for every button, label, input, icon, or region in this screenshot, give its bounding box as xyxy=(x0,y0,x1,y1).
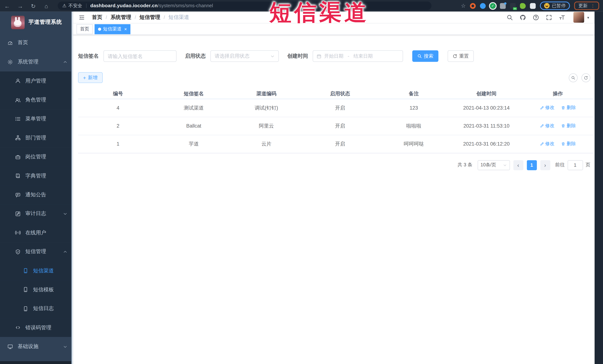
phone-icon xyxy=(23,287,28,293)
search-button[interactable]: 搜索 xyxy=(412,50,438,62)
sidebar-item-字典管理[interactable]: 字典管理 xyxy=(0,166,73,185)
edit-row-button[interactable]: 修改 xyxy=(540,141,555,147)
screenshot-stage: ← → ↻ ⌂ ⚠ 不安全 dashboard.yudao.iocoder.cn… xyxy=(0,0,603,364)
breadcrumb-item[interactable]: 系统管理 xyxy=(110,14,131,21)
table-row: 2 Ballcat 阿里云 开启 啦啦啦 2021-03-31 11:53:10… xyxy=(78,117,593,135)
sidebar-item-通知公告[interactable]: 通知公告 xyxy=(0,185,73,204)
sign-filter-input[interactable] xyxy=(103,50,176,62)
date-range-picker[interactable]: 开始日期 - 结束日期 xyxy=(313,50,403,62)
total-count: 共 3 条 xyxy=(457,162,473,168)
tag-首页[interactable]: 首页 xyxy=(76,24,93,34)
green-sprout-extension-icon[interactable] xyxy=(520,3,526,9)
dark-on-badge-extension-icon[interactable] xyxy=(510,3,516,9)
sidebar-item-在线用户[interactable]: 在线用户 xyxy=(0,223,73,242)
sidebar-item-用户管理[interactable]: 用户管理 xyxy=(0,71,73,90)
tag-短信渠道[interactable]: 短信渠道 × xyxy=(95,24,130,34)
user-menu[interactable]: ▾ xyxy=(573,12,589,23)
current-page-button[interactable]: 1 xyxy=(527,160,537,170)
security-label: 不安全 xyxy=(68,2,82,9)
sidebar-item-岗位管理[interactable]: 岗位管理 xyxy=(0,147,73,166)
sidebar-item-基础设施[interactable]: 基础设施 xyxy=(0,337,73,356)
add-button[interactable]: + 新增 xyxy=(78,72,103,83)
breadcrumb-item[interactable]: 短信管理 xyxy=(139,14,160,21)
sidebar-item-部门管理[interactable]: 部门管理 xyxy=(0,128,73,147)
column-header: 渠道编码 xyxy=(230,89,303,99)
table-header-row: 编号短信签名渠道编码启用状态备注创建时间操作 xyxy=(78,89,593,99)
sidebar-item-角色管理[interactable]: 角色管理 xyxy=(0,90,73,110)
main-area: 首页/系统管理/短信管理/短信渠道 ▾ 首页 短信渠道 × xyxy=(73,11,595,364)
status-filter-select[interactable]: 请选择启用状态 xyxy=(210,50,279,62)
browser-reload-icon[interactable]: ↻ xyxy=(30,3,36,9)
reset-button[interactable]: 重置 xyxy=(448,50,474,62)
url-path: /system/sms/sms-channel xyxy=(158,3,213,9)
end-date-placeholder: 结束日期 xyxy=(354,53,373,59)
chevron-down-icon xyxy=(63,345,67,349)
address-bar[interactable]: ⚠ 不安全 dashboard.yudao.iocoder.cn /system… xyxy=(58,1,431,10)
column-header: 编号 xyxy=(78,89,158,99)
sidebar-item-菜单管理[interactable]: 菜单管理 xyxy=(0,110,73,128)
chevron-up-icon xyxy=(63,60,67,64)
sidebar-item-审计日志[interactable]: 审计日志 xyxy=(0,204,73,223)
update-label: 更新 xyxy=(578,2,588,9)
browser-update-button[interactable]: 更新 ⋮ xyxy=(574,1,599,10)
sidebar-item-短信日志[interactable]: 短信日志 xyxy=(0,299,73,318)
bookmark-star-icon[interactable]: ☆ xyxy=(461,3,466,9)
pagination: 共 3 条 10条/页 ‹ 1 › 前往 页 xyxy=(78,160,593,170)
refresh-table-button[interactable] xyxy=(581,73,590,82)
browser-home-icon[interactable]: ⌂ xyxy=(43,3,49,9)
delete-icon xyxy=(561,106,566,110)
collapse-sidebar-icon[interactable] xyxy=(79,14,85,20)
search-icon xyxy=(417,54,422,58)
sidebar-item-首页[interactable]: 首页 xyxy=(0,33,73,52)
dashboard-icon xyxy=(7,40,13,45)
online-icon xyxy=(15,230,21,236)
white-puzzle-extension-icon[interactable] xyxy=(530,3,536,9)
delete-row-button[interactable]: 删除 xyxy=(561,141,576,147)
github-icon[interactable] xyxy=(520,14,526,21)
page-size-select[interactable]: 10条/页 xyxy=(477,160,510,170)
sign-filter-label: 短信签名 xyxy=(78,53,99,59)
chevron-down-icon xyxy=(270,54,275,58)
sidebar-scrollbar[interactable] xyxy=(71,11,73,364)
orange-ring-extension-icon[interactable] xyxy=(470,3,476,9)
phone-icon xyxy=(23,306,28,311)
sidebar-item-错误码管理[interactable]: 错误码管理 xyxy=(0,318,73,337)
column-header: 创建时间 xyxy=(451,89,522,99)
sidebar-logo-row[interactable]: 芋道管理系统 xyxy=(0,11,73,33)
delete-row-button[interactable]: 删除 xyxy=(561,105,576,111)
security-status[interactable]: ⚠ 不安全 xyxy=(62,2,82,9)
goto-page-input[interactable] xyxy=(567,160,583,170)
range-separator: - xyxy=(348,53,349,59)
toggle-search-button[interactable] xyxy=(569,73,578,82)
gray-grid-extension-icon[interactable] xyxy=(500,3,506,9)
sms-channel-table: 编号短信签名渠道编码启用状态备注创建时间操作 4 测试渠道 调试(钉钉) 开启 … xyxy=(78,89,593,153)
header-search-icon[interactable] xyxy=(507,14,513,21)
browser-forward-icon[interactable]: → xyxy=(17,3,23,9)
edit-row-button[interactable]: 修改 xyxy=(540,105,555,111)
paused-badge[interactable]: 已暂停 xyxy=(540,1,570,10)
sidebar-item-短信渠道[interactable]: 短信渠道 xyxy=(0,261,73,280)
window-right-edge xyxy=(594,11,603,364)
sidebar-item-系统管理[interactable]: 系统管理 xyxy=(0,52,73,72)
edit-icon xyxy=(540,124,544,128)
green-check-extension-icon[interactable]: ✓ xyxy=(490,3,496,9)
sidebar-item-短信模板[interactable]: 短信模板 xyxy=(0,280,73,299)
edit-icon xyxy=(540,106,544,110)
status-filter-label: 启用状态 xyxy=(185,53,206,59)
sidebar-item-短信管理[interactable]: 短信管理 xyxy=(0,242,73,261)
blue-drop-extension-icon[interactable] xyxy=(480,3,486,9)
edit-row-button[interactable]: 修改 xyxy=(540,122,555,129)
browser-back-icon[interactable]: ← xyxy=(4,3,10,9)
prev-page-button[interactable]: ‹ xyxy=(513,160,523,170)
user-avatar[interactable] xyxy=(573,12,584,23)
breadcrumb-item[interactable]: 首页 xyxy=(92,14,102,21)
close-tag-icon[interactable]: × xyxy=(124,26,127,32)
font-size-icon[interactable] xyxy=(559,14,565,21)
fullscreen-icon[interactable] xyxy=(546,14,552,21)
browser-menu-icon[interactable]: ⋮ xyxy=(591,3,595,8)
delete-row-button[interactable]: 删除 xyxy=(561,122,576,129)
next-page-button[interactable]: › xyxy=(540,160,550,170)
sidebar: 芋道管理系统 首页 系统管理 用户管理 角色管理 菜单管理 部门管理 岗位管理 xyxy=(0,11,73,364)
docs-help-icon[interactable] xyxy=(533,14,539,21)
sidebar-bottom-edge xyxy=(0,361,73,364)
